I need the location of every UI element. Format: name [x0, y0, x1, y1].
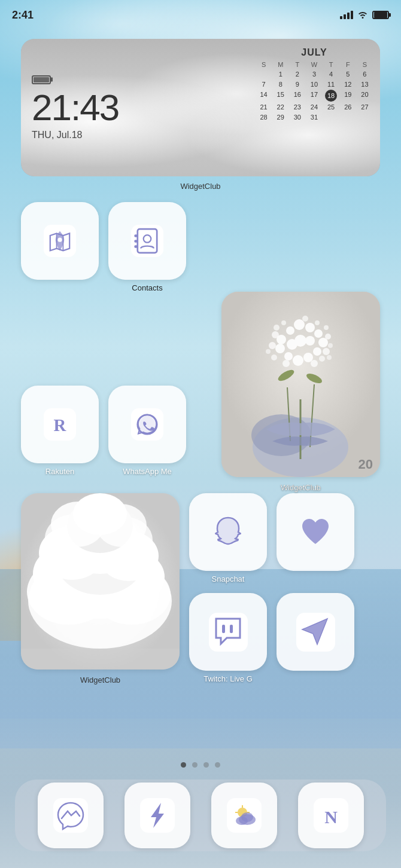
heart-icon[interactable] — [277, 493, 354, 571]
cal-day: 5 — [340, 69, 356, 79]
page-dot-1[interactable] — [181, 762, 186, 768]
cal-day: 14 — [256, 90, 272, 102]
rakuten-icon[interactable]: R — [21, 386, 99, 463]
contacts-svg — [131, 225, 163, 257]
svg-point-37 — [274, 325, 280, 331]
cal-day: 9 — [289, 80, 305, 89]
bottom-apps-row1: Snapchat — [189, 493, 380, 583]
location-svg — [296, 613, 335, 652]
flowers-bg: 20 — [221, 292, 380, 477]
status-bar: 2:41 — [0, 0, 401, 30]
page-dot-2[interactable] — [192, 762, 198, 768]
page-dot-3[interactable] — [203, 762, 209, 768]
whatsapp-label: WhatsApp Me — [123, 467, 172, 476]
svg-point-83 — [241, 812, 253, 822]
snapchat-svg — [209, 513, 248, 552]
widget-flowers[interactable]: 20 — [221, 292, 380, 477]
snapchat-icon[interactable] — [189, 493, 267, 571]
cal-header-t1: T — [289, 60, 305, 69]
svg-point-23 — [293, 355, 303, 366]
heart-svg — [296, 513, 335, 552]
whatsapp-icon[interactable] — [108, 386, 186, 463]
widget-battery-icon — [32, 75, 51, 84]
svg-rect-5 — [134, 240, 137, 243]
app-item-twitch[interactable]: Twitch: Live G — [189, 593, 267, 683]
dock-item-notion[interactable]: N — [298, 783, 364, 848]
cal-header-s2: S — [357, 60, 373, 69]
app-item-location[interactable] — [277, 593, 354, 683]
weather-icon[interactable] — [211, 783, 277, 848]
cal-header-w: W — [306, 60, 322, 69]
cal-header-f: F — [340, 60, 356, 69]
dock: N — [15, 780, 386, 851]
signal-icon — [340, 11, 353, 19]
cal-day: 29 — [272, 112, 288, 122]
svg-point-21 — [313, 347, 321, 356]
svg-point-44 — [266, 349, 271, 354]
bottom-right-apps: Snapchat Twitch: L — [189, 493, 380, 683]
cal-day: 12 — [340, 80, 356, 89]
cal-day: 25 — [323, 102, 339, 112]
cal-day: 19 — [340, 90, 356, 102]
cal-day: 22 — [272, 102, 288, 112]
bolt-icon[interactable] — [124, 783, 190, 848]
svg-point-32 — [325, 334, 331, 340]
status-icons — [340, 9, 389, 21]
cal-day: 27 — [357, 102, 373, 112]
app-item-heart[interactable] — [277, 493, 354, 583]
page-dots — [0, 762, 401, 768]
svg-point-16 — [286, 326, 294, 335]
rakuten-label: Rakuten — [45, 467, 74, 476]
twitch-svg — [209, 613, 248, 652]
contacts-icon[interactable] — [108, 202, 186, 280]
svg-point-19 — [314, 329, 323, 338]
svg-text:N: N — [324, 807, 338, 827]
location-icon[interactable] — [277, 593, 354, 671]
clouds-label: WidgetClub — [21, 676, 180, 684]
cal-header-s1: S — [256, 60, 272, 69]
widget-clock[interactable]: 21:43 THU, Jul.18 JULY S M T W T F S 1 2… — [21, 39, 380, 176]
svg-point-29 — [269, 342, 276, 349]
maps-svg — [44, 225, 76, 257]
notion-icon[interactable]: N — [298, 783, 364, 848]
maps-icon[interactable] — [21, 202, 99, 280]
svg-point-39 — [302, 316, 308, 322]
svg-text:R: R — [54, 415, 67, 435]
widget-clock-label: WidgetClub — [0, 182, 401, 191]
svg-point-34 — [282, 360, 290, 367]
cal-day: 8 — [272, 80, 288, 89]
cal-day: 6 — [357, 69, 373, 79]
svg-point-30 — [272, 331, 279, 338]
flowers-number: 20 — [359, 457, 373, 472]
weather-svg — [227, 798, 262, 833]
svg-point-41 — [324, 325, 329, 330]
messenger-icon[interactable] — [38, 783, 104, 848]
svg-point-1 — [57, 238, 62, 242]
dock-item-bolt[interactable] — [124, 783, 190, 848]
svg-point-22 — [303, 353, 313, 362]
twitch-label: Twitch: Live G — [203, 674, 253, 683]
twitch-icon[interactable] — [189, 593, 267, 671]
cal-day-today: 18 — [325, 90, 337, 102]
cal-day: 31 — [306, 112, 322, 122]
widget-date: THU, Jul.18 — [32, 130, 238, 140]
widget-clouds[interactable] — [21, 493, 180, 670]
svg-point-25 — [275, 344, 285, 353]
messenger-svg — [53, 798, 88, 833]
app-item-whatsapp[interactable]: WhatsApp Me — [108, 386, 186, 476]
svg-rect-70 — [222, 625, 225, 633]
cal-day: 10 — [306, 80, 322, 89]
flowers-svg — [221, 292, 380, 477]
svg-point-31 — [323, 348, 330, 355]
dock-item-messenger[interactable] — [38, 783, 104, 848]
svg-point-33 — [271, 354, 277, 360]
page-dot-4[interactable] — [215, 762, 220, 768]
cal-header-m: M — [272, 60, 288, 69]
app-item-rakuten[interactable]: R Rakuten — [21, 386, 99, 476]
svg-point-28 — [287, 339, 297, 350]
app-item-maps[interactable] — [21, 202, 99, 283]
app-item-contacts[interactable]: Contacts — [108, 202, 186, 292]
app-item-snapchat[interactable]: Snapchat — [189, 493, 267, 583]
dock-item-weather[interactable] — [211, 783, 277, 848]
svg-point-43 — [327, 355, 332, 360]
